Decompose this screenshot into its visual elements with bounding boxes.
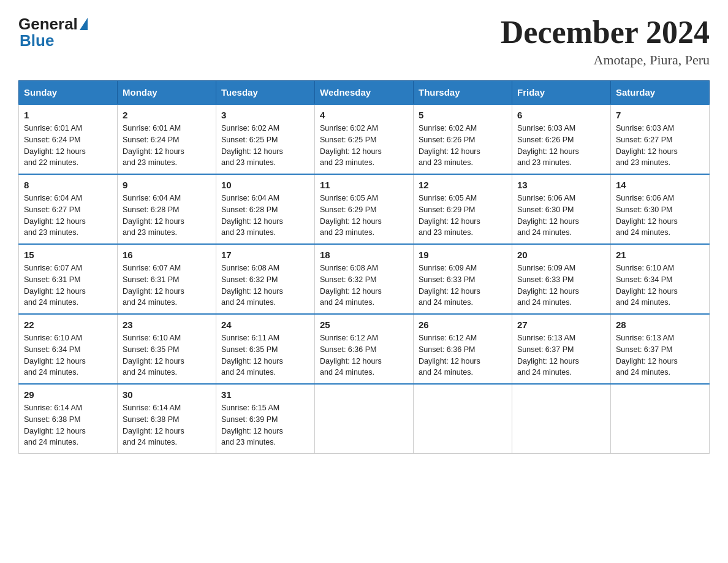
day-info: Sunrise: 6:09 AM Sunset: 6:33 PM Dayligh… <box>517 262 605 308</box>
day-number: 28 <box>616 320 704 330</box>
month-year-title: December 2024 <box>501 15 710 50</box>
calendar-cell: 11 Sunrise: 6:05 AM Sunset: 6:29 PM Dayl… <box>315 174 414 244</box>
calendar-cell: 4 Sunrise: 6:02 AM Sunset: 6:25 PM Dayli… <box>315 104 414 174</box>
logo-blue: Blue <box>20 31 54 50</box>
calendar-cell: 30 Sunrise: 6:14 AM Sunset: 6:38 PM Dayl… <box>118 384 216 454</box>
col-header-friday: Friday <box>512 81 611 105</box>
col-header-wednesday: Wednesday <box>315 81 414 105</box>
day-number: 30 <box>123 389 211 400</box>
day-info: Sunrise: 6:06 AM Sunset: 6:30 PM Dayligh… <box>517 193 605 239</box>
day-number: 20 <box>517 250 605 260</box>
calendar-week-row: 29 Sunrise: 6:14 AM Sunset: 6:38 PM Dayl… <box>19 384 710 454</box>
page-header: General Blue December 2024 Amotape, Piur… <box>18 15 710 68</box>
day-number: 11 <box>320 180 408 190</box>
day-info: Sunrise: 6:14 AM Sunset: 6:38 PM Dayligh… <box>123 402 211 448</box>
calendar-cell: 24 Sunrise: 6:11 AM Sunset: 6:35 PM Dayl… <box>216 314 315 384</box>
calendar-cell: 10 Sunrise: 6:04 AM Sunset: 6:28 PM Dayl… <box>216 174 315 244</box>
day-info: Sunrise: 6:04 AM Sunset: 6:28 PM Dayligh… <box>123 193 211 239</box>
day-number: 14 <box>616 180 704 190</box>
calendar-cell: 23 Sunrise: 6:10 AM Sunset: 6:35 PM Dayl… <box>118 314 216 384</box>
day-number: 8 <box>24 180 112 190</box>
calendar-cell: 31 Sunrise: 6:15 AM Sunset: 6:39 PM Dayl… <box>216 384 315 454</box>
day-number: 22 <box>24 320 112 330</box>
day-info: Sunrise: 6:12 AM Sunset: 6:36 PM Dayligh… <box>419 332 507 378</box>
day-info: Sunrise: 6:07 AM Sunset: 6:31 PM Dayligh… <box>123 262 211 308</box>
day-info: Sunrise: 6:04 AM Sunset: 6:28 PM Dayligh… <box>221 193 309 239</box>
day-info: Sunrise: 6:12 AM Sunset: 6:36 PM Dayligh… <box>320 332 408 378</box>
day-info: Sunrise: 6:10 AM Sunset: 6:34 PM Dayligh… <box>616 262 704 308</box>
title-block: December 2024 Amotape, Piura, Peru <box>501 15 710 68</box>
calendar-cell <box>611 384 710 454</box>
calendar-cell: 3 Sunrise: 6:02 AM Sunset: 6:25 PM Dayli… <box>216 104 315 174</box>
day-info: Sunrise: 6:15 AM Sunset: 6:39 PM Dayligh… <box>221 402 309 448</box>
day-number: 17 <box>221 250 309 260</box>
calendar-cell: 22 Sunrise: 6:10 AM Sunset: 6:34 PM Dayl… <box>19 314 118 384</box>
calendar-cell: 13 Sunrise: 6:06 AM Sunset: 6:30 PM Dayl… <box>512 174 611 244</box>
calendar-cell: 27 Sunrise: 6:13 AM Sunset: 6:37 PM Dayl… <box>512 314 611 384</box>
day-number: 4 <box>320 110 408 120</box>
day-info: Sunrise: 6:07 AM Sunset: 6:31 PM Dayligh… <box>24 262 112 308</box>
day-number: 15 <box>24 250 112 260</box>
location-subtitle: Amotape, Piura, Peru <box>501 52 710 68</box>
calendar-cell <box>414 384 512 454</box>
calendar-cell: 20 Sunrise: 6:09 AM Sunset: 6:33 PM Dayl… <box>512 244 611 314</box>
calendar-cell: 5 Sunrise: 6:02 AM Sunset: 6:26 PM Dayli… <box>414 104 512 174</box>
day-info: Sunrise: 6:14 AM Sunset: 6:38 PM Dayligh… <box>24 402 112 448</box>
day-number: 12 <box>419 180 507 190</box>
day-number: 10 <box>221 180 309 190</box>
calendar-cell: 12 Sunrise: 6:05 AM Sunset: 6:29 PM Dayl… <box>414 174 512 244</box>
calendar-week-row: 1 Sunrise: 6:01 AM Sunset: 6:24 PM Dayli… <box>19 104 710 174</box>
calendar-cell: 19 Sunrise: 6:09 AM Sunset: 6:33 PM Dayl… <box>414 244 512 314</box>
calendar-cell: 25 Sunrise: 6:12 AM Sunset: 6:36 PM Dayl… <box>315 314 414 384</box>
day-info: Sunrise: 6:09 AM Sunset: 6:33 PM Dayligh… <box>419 262 507 308</box>
calendar-cell: 6 Sunrise: 6:03 AM Sunset: 6:26 PM Dayli… <box>512 104 611 174</box>
day-number: 16 <box>123 250 211 260</box>
logo: General Blue <box>18 15 88 50</box>
day-info: Sunrise: 6:03 AM Sunset: 6:27 PM Dayligh… <box>616 123 704 169</box>
day-number: 27 <box>517 320 605 330</box>
day-info: Sunrise: 6:10 AM Sunset: 6:34 PM Dayligh… <box>24 332 112 378</box>
col-header-saturday: Saturday <box>611 81 710 105</box>
day-number: 13 <box>517 180 605 190</box>
day-number: 19 <box>419 250 507 260</box>
day-number: 9 <box>123 180 211 190</box>
calendar-cell: 29 Sunrise: 6:14 AM Sunset: 6:38 PM Dayl… <box>19 384 118 454</box>
calendar-cell <box>512 384 611 454</box>
day-info: Sunrise: 6:01 AM Sunset: 6:24 PM Dayligh… <box>123 123 211 169</box>
day-info: Sunrise: 6:05 AM Sunset: 6:29 PM Dayligh… <box>320 193 408 239</box>
day-info: Sunrise: 6:10 AM Sunset: 6:35 PM Dayligh… <box>123 332 211 378</box>
day-number: 18 <box>320 250 408 260</box>
col-header-monday: Monday <box>118 81 216 105</box>
col-header-tuesday: Tuesday <box>216 81 315 105</box>
calendar-header-row: SundayMondayTuesdayWednesdayThursdayFrid… <box>19 81 710 105</box>
calendar-cell: 14 Sunrise: 6:06 AM Sunset: 6:30 PM Dayl… <box>611 174 710 244</box>
day-info: Sunrise: 6:04 AM Sunset: 6:27 PM Dayligh… <box>24 193 112 239</box>
calendar-week-row: 8 Sunrise: 6:04 AM Sunset: 6:27 PM Dayli… <box>19 174 710 244</box>
day-number: 6 <box>517 110 605 120</box>
day-number: 1 <box>24 110 112 120</box>
calendar-cell: 26 Sunrise: 6:12 AM Sunset: 6:36 PM Dayl… <box>414 314 512 384</box>
calendar-cell: 21 Sunrise: 6:10 AM Sunset: 6:34 PM Dayl… <box>611 244 710 314</box>
day-number: 29 <box>24 389 112 400</box>
day-number: 5 <box>419 110 507 120</box>
day-number: 31 <box>221 389 309 400</box>
day-info: Sunrise: 6:06 AM Sunset: 6:30 PM Dayligh… <box>616 193 704 239</box>
day-info: Sunrise: 6:05 AM Sunset: 6:29 PM Dayligh… <box>419 193 507 239</box>
calendar-cell: 1 Sunrise: 6:01 AM Sunset: 6:24 PM Dayli… <box>19 104 118 174</box>
calendar-week-row: 22 Sunrise: 6:10 AM Sunset: 6:34 PM Dayl… <box>19 314 710 384</box>
day-number: 23 <box>123 320 211 330</box>
day-info: Sunrise: 6:08 AM Sunset: 6:32 PM Dayligh… <box>221 262 309 308</box>
day-info: Sunrise: 6:11 AM Sunset: 6:35 PM Dayligh… <box>221 332 309 378</box>
col-header-sunday: Sunday <box>19 81 118 105</box>
calendar-cell: 8 Sunrise: 6:04 AM Sunset: 6:27 PM Dayli… <box>19 174 118 244</box>
calendar-cell: 16 Sunrise: 6:07 AM Sunset: 6:31 PM Dayl… <box>118 244 216 314</box>
day-number: 21 <box>616 250 704 260</box>
calendar-cell: 15 Sunrise: 6:07 AM Sunset: 6:31 PM Dayl… <box>19 244 118 314</box>
day-number: 26 <box>419 320 507 330</box>
calendar-cell: 28 Sunrise: 6:13 AM Sunset: 6:37 PM Dayl… <box>611 314 710 384</box>
day-info: Sunrise: 6:13 AM Sunset: 6:37 PM Dayligh… <box>517 332 605 378</box>
day-number: 25 <box>320 320 408 330</box>
day-number: 3 <box>221 110 309 120</box>
calendar-cell <box>315 384 414 454</box>
calendar-cell: 7 Sunrise: 6:03 AM Sunset: 6:27 PM Dayli… <box>611 104 710 174</box>
